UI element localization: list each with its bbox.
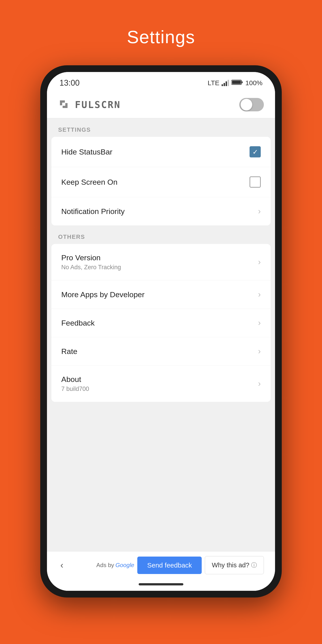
app-name: FULSCRN [75,99,121,110]
status-time: 13:00 [60,78,80,88]
app-logo-icon [58,98,70,111]
others-section-label: OTHERS [47,226,275,244]
about-item[interactable]: About 7 build700 › [52,366,270,402]
keep-screen-on-item[interactable]: Keep Screen On [52,167,270,197]
settings-group-main: Hide StatusBar ✓ Keep Screen On [52,137,270,226]
more-apps-label: More Apps by Developer [61,290,144,299]
feedback-left: Feedback [61,319,94,327]
battery-percent: 100% [245,79,262,87]
network-indicator: LTE [208,79,219,87]
toggle-knob [240,99,252,110]
app-header: FULSCRN [47,91,275,118]
svg-rect-6 [242,82,242,83]
battery-icon [232,79,243,87]
more-apps-left: More Apps by Developer [61,290,144,299]
feedback-item[interactable]: Feedback › [52,309,270,337]
battery-svg [232,79,243,86]
settings-content: SETTINGS Hide StatusBar ✓ Keep Screen On [47,118,275,552]
more-apps-item[interactable]: More Apps by Developer › [52,280,270,309]
ad-controls: Ads by Google Send feedback Why this ad?… [96,556,264,574]
hide-statusbar-checkbox[interactable]: ✓ [250,146,261,158]
ads-prefix: Ads by [96,562,114,569]
rate-left: Rate [61,347,77,356]
svg-rect-1 [224,83,225,86]
about-sublabel: 7 build700 [61,386,89,392]
about-chevron: › [258,379,261,388]
home-indicator [139,583,183,586]
svg-rect-2 [226,82,227,86]
status-icons: LTE 100% [208,79,262,87]
svg-rect-0 [222,84,223,86]
keep-screen-on-left: Keep Screen On [61,178,118,186]
keep-screen-on-right [250,176,261,188]
why-this-ad-button[interactable]: Why this ad? ⓘ [205,556,264,574]
pro-version-sublabel: No Ads, Zero Tracking [61,264,121,271]
phone-frame: 13:00 LTE 100% [40,65,282,598]
phone-screen: 13:00 LTE 100% [47,72,275,591]
back-button[interactable]: ‹ [58,558,66,572]
feedback-label: Feedback [61,319,94,327]
settings-section-label: SETTINGS [47,118,275,137]
why-ad-label: Why this ad? [212,562,249,569]
status-bar: 13:00 LTE 100% [47,72,275,91]
rate-right: › [258,346,261,356]
pro-version-item[interactable]: Pro Version No Ads, Zero Tracking › [52,244,270,280]
svg-rect-3 [228,80,229,86]
hide-statusbar-label: Hide StatusBar [61,148,112,156]
about-right: › [258,379,261,388]
ads-label: Ads by Google [96,562,134,569]
notification-priority-chevron: › [258,206,261,216]
hide-statusbar-item[interactable]: Hide StatusBar ✓ [52,137,270,167]
more-apps-right: › [258,290,261,299]
about-left: About 7 build700 [61,375,89,392]
page-title: Settings [127,27,195,48]
content-spacer [47,402,275,552]
bottom-nav: ‹ Ads by Google Send feedback Why this a… [47,552,275,579]
pro-version-label: Pro Version [61,253,121,262]
hide-statusbar-left: Hide StatusBar [61,148,112,156]
keep-screen-on-checkbox[interactable] [250,176,261,188]
pro-version-right: › [258,258,261,267]
notification-priority-item[interactable]: Notification Priority › [52,197,270,226]
pro-version-left: Pro Version No Ads, Zero Tracking [61,253,121,271]
about-label: About [61,375,89,384]
notification-priority-left: Notification Priority [61,207,124,216]
feedback-right: › [258,318,261,328]
pro-version-chevron: › [258,258,261,267]
rate-item[interactable]: Rate › [52,337,270,366]
notification-priority-right: › [258,206,261,216]
info-icon: ⓘ [251,561,257,569]
send-feedback-button[interactable]: Send feedback [137,556,202,574]
google-brand: Google [116,562,134,569]
svg-rect-5 [232,80,241,84]
more-apps-chevron: › [258,290,261,299]
signal-icon [222,80,229,86]
main-toggle[interactable] [239,98,264,111]
feedback-chevron: › [258,318,261,328]
settings-group-others: Pro Version No Ads, Zero Tracking › More… [52,244,270,402]
rate-label: Rate [61,347,77,356]
keep-screen-on-label: Keep Screen On [61,178,118,186]
home-indicator-area [47,579,275,591]
notification-priority-label: Notification Priority [61,207,124,216]
rate-chevron: › [258,346,261,356]
hide-statusbar-right: ✓ [250,146,261,158]
app-logo-area: FULSCRN [58,98,121,111]
